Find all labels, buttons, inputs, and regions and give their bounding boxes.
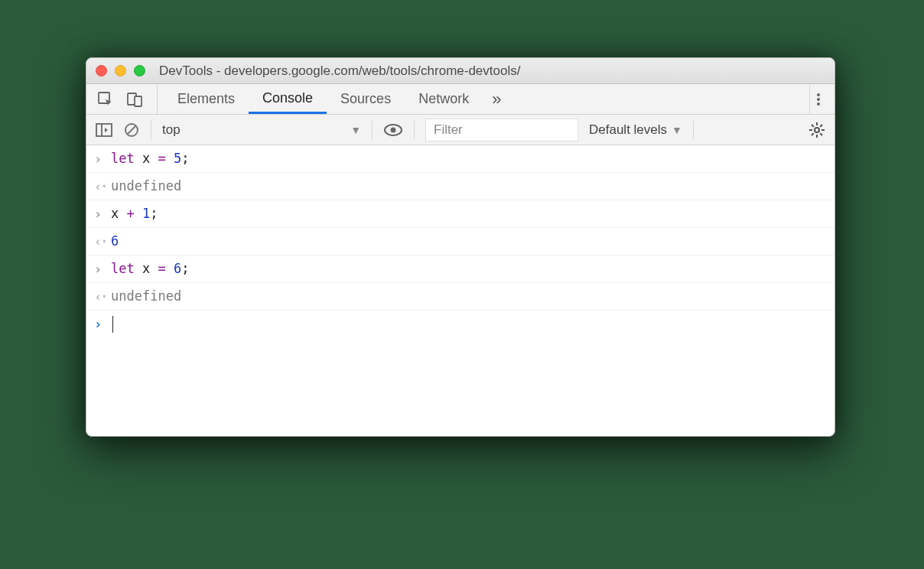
show-console-sidebar-icon[interactable] xyxy=(96,122,112,138)
console-text: undefined xyxy=(111,283,181,309)
divider xyxy=(151,121,151,139)
svg-point-5 xyxy=(817,102,820,106)
tab-sources[interactable]: Sources xyxy=(327,84,405,114)
log-levels-select[interactable]: Default levels ▼ xyxy=(589,122,682,138)
console-text: let x = 6; xyxy=(111,255,189,281)
console-text: 6 xyxy=(111,228,119,254)
minimize-window-button[interactable] xyxy=(115,65,126,76)
svg-rect-2 xyxy=(135,96,142,106)
devtools-menu-button[interactable] xyxy=(809,84,827,114)
input-prompt-icon: › xyxy=(94,255,111,282)
console-text: let x = 5; xyxy=(111,145,189,171)
console-output: ›let x = 5;‹·undefined›x + 1;‹·6›let x =… xyxy=(86,145,835,337)
console-text: x + 1; xyxy=(111,200,158,226)
svg-point-12 xyxy=(815,128,819,132)
svg-point-4 xyxy=(817,98,820,101)
device-toolbar-icon[interactable] xyxy=(126,91,143,108)
input-prompt-icon: › xyxy=(94,311,111,337)
more-tabs-button[interactable]: » xyxy=(483,84,510,114)
input-prompt-icon: › xyxy=(94,145,111,172)
console-settings-icon[interactable] xyxy=(808,122,825,138)
svg-point-11 xyxy=(391,127,396,132)
maximize-window-button[interactable] xyxy=(134,65,145,76)
input-prompt-icon: › xyxy=(94,200,111,227)
console-input-line: ›let x = 5; xyxy=(86,145,835,173)
divider xyxy=(693,121,694,139)
divider xyxy=(372,121,373,139)
console-filter-input[interactable] xyxy=(425,119,578,141)
titlebar: DevTools - developers.google.com/web/too… xyxy=(86,58,835,84)
output-prompt-icon: ‹· xyxy=(94,283,111,310)
console-toolbar: top ▼ Default levels ▼ xyxy=(86,115,835,145)
svg-point-3 xyxy=(817,93,820,96)
clear-console-icon[interactable] xyxy=(123,122,140,138)
console-output-line: ‹·6 xyxy=(86,228,835,255)
tab-elements[interactable]: Elements xyxy=(164,84,249,114)
output-prompt-icon: ‹· xyxy=(94,173,111,200)
execution-context-select[interactable]: top ▼ xyxy=(162,122,361,138)
log-levels-label: Default levels xyxy=(589,122,667,138)
svg-rect-6 xyxy=(96,124,112,136)
output-prompt-icon: ‹· xyxy=(94,228,111,255)
tab-console[interactable]: Console xyxy=(249,84,327,114)
svg-line-20 xyxy=(820,125,822,127)
console-output-line: ‹·undefined xyxy=(86,283,835,311)
window-title: DevTools - developers.google.com/web/too… xyxy=(159,63,520,79)
console-text: undefined xyxy=(111,173,181,199)
svg-line-19 xyxy=(812,133,814,135)
close-window-button[interactable] xyxy=(96,65,107,76)
svg-line-18 xyxy=(820,133,822,135)
execution-context-label: top xyxy=(162,122,181,138)
chevron-down-icon: ▼ xyxy=(350,124,361,136)
console-input-line: ›let x = 6; xyxy=(86,255,835,283)
devtools-window: DevTools - developers.google.com/web/too… xyxy=(86,57,835,437)
console-input-line: ›x + 1; xyxy=(86,200,835,228)
console-prompt[interactable]: › xyxy=(86,311,835,337)
console-output-line: ‹·undefined xyxy=(86,173,835,200)
svg-line-17 xyxy=(812,125,814,127)
live-expression-icon[interactable] xyxy=(383,123,403,137)
divider xyxy=(414,121,415,139)
window-controls xyxy=(96,65,145,76)
svg-line-9 xyxy=(128,125,136,134)
chevron-down-icon: ▼ xyxy=(672,124,682,136)
inspect-element-icon[interactable] xyxy=(97,91,114,108)
tab-network[interactable]: Network xyxy=(405,84,483,114)
console-input[interactable] xyxy=(111,311,113,337)
devtools-tabbar: Elements Console Sources Network » xyxy=(86,84,835,115)
